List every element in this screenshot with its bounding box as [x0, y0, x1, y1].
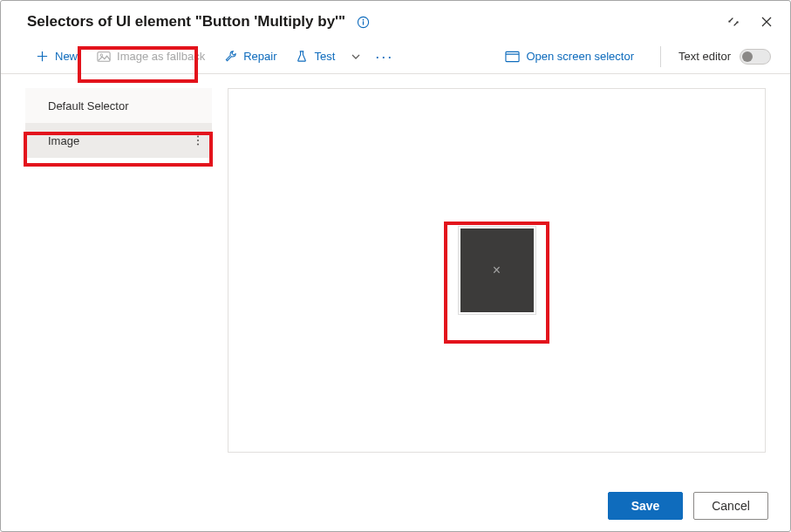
- chevron-down-icon: [351, 51, 361, 62]
- svg-rect-5: [506, 51, 519, 61]
- preview-pane: ×: [228, 88, 766, 453]
- flask-icon: [296, 50, 308, 63]
- open-screen-selector-button[interactable]: Open screen selector: [496, 44, 643, 68]
- text-editor-control: Text editor: [678, 49, 771, 65]
- image-as-fallback-button[interactable]: Image as fallback: [88, 44, 214, 68]
- svg-point-7: [197, 135, 199, 137]
- new-label: New: [55, 50, 78, 63]
- cancel-label: Cancel: [712, 499, 750, 513]
- text-editor-label: Text editor: [678, 50, 731, 63]
- svg-point-4: [100, 53, 102, 55]
- close-icon[interactable]: [760, 16, 773, 28]
- dialog-footer: Save Cancel: [585, 480, 791, 532]
- svg-point-1: [363, 19, 365, 21]
- dialog-header: Selectors of UI element "Button 'Multipl…: [1, 1, 790, 39]
- cancel-button[interactable]: Cancel: [693, 492, 768, 520]
- selector-item-image[interactable]: Image: [25, 123, 212, 158]
- repair-button[interactable]: Repair: [215, 44, 285, 68]
- test-dropdown[interactable]: [345, 46, 366, 67]
- info-icon[interactable]: [357, 16, 370, 29]
- toolbar-divider: [660, 46, 661, 67]
- new-button[interactable]: New: [27, 44, 86, 68]
- selector-item-label: Image: [48, 134, 189, 147]
- save-label: Save: [631, 499, 660, 513]
- dialog-body: Default Selector Image ×: [1, 74, 790, 453]
- toolbar-right: Open screen selector Text editor: [496, 44, 771, 68]
- toggle-knob: [742, 51, 753, 62]
- more-vertical-icon: [193, 134, 203, 147]
- plus-icon: [36, 50, 49, 63]
- screen-selector-icon: [505, 51, 520, 63]
- repair-icon: [224, 50, 237, 63]
- more-button[interactable]: ···: [368, 46, 400, 67]
- preview-glyph: ×: [493, 263, 501, 278]
- open-screen-selector-label: Open screen selector: [526, 50, 634, 63]
- item-more-button[interactable]: [189, 131, 207, 150]
- test-label: Test: [314, 50, 335, 63]
- svg-point-9: [197, 143, 199, 145]
- expand-icon[interactable]: [727, 16, 740, 28]
- window-controls: [727, 16, 773, 28]
- preview-image: ×: [459, 227, 535, 314]
- selector-list: Default Selector Image: [25, 88, 212, 453]
- text-editor-toggle[interactable]: [740, 49, 771, 65]
- test-button[interactable]: Test: [287, 44, 344, 68]
- selector-item-default[interactable]: Default Selector: [25, 88, 212, 123]
- dialog-title-text: Selectors of UI element "Button 'Multipl…: [27, 13, 345, 30]
- save-button[interactable]: Save: [608, 492, 683, 520]
- toolbar-left: New Image as fallback Repair Test ···: [27, 44, 400, 68]
- toolbar: New Image as fallback Repair Test ···: [1, 39, 790, 74]
- selector-item-label: Default Selector: [48, 99, 207, 113]
- image-fallback-label: Image as fallback: [117, 50, 205, 63]
- svg-point-8: [197, 140, 199, 141]
- image-icon: [97, 51, 111, 63]
- svg-rect-2: [363, 21, 364, 24]
- ellipsis-icon: ···: [375, 48, 393, 65]
- dialog-title: Selectors of UI element "Button 'Multipl…: [27, 13, 727, 31]
- repair-label: Repair: [243, 50, 276, 63]
